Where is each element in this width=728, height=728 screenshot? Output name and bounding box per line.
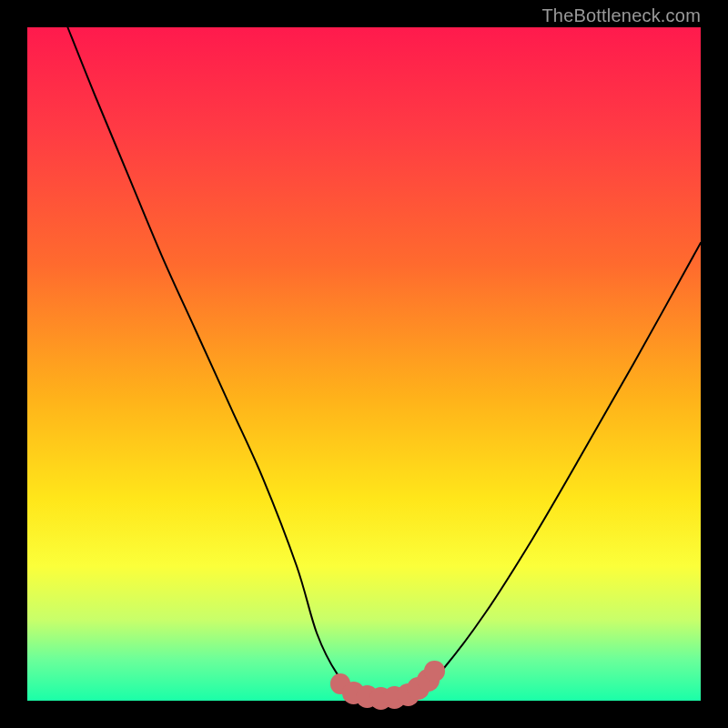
bottleneck-curve	[27, 27, 701, 701]
watermark-text: TheBottleneck.com	[541, 5, 701, 26]
chart-frame: TheBottleneck.com	[0, 0, 728, 728]
curve-path	[67, 27, 701, 702]
plot-area	[27, 27, 701, 701]
